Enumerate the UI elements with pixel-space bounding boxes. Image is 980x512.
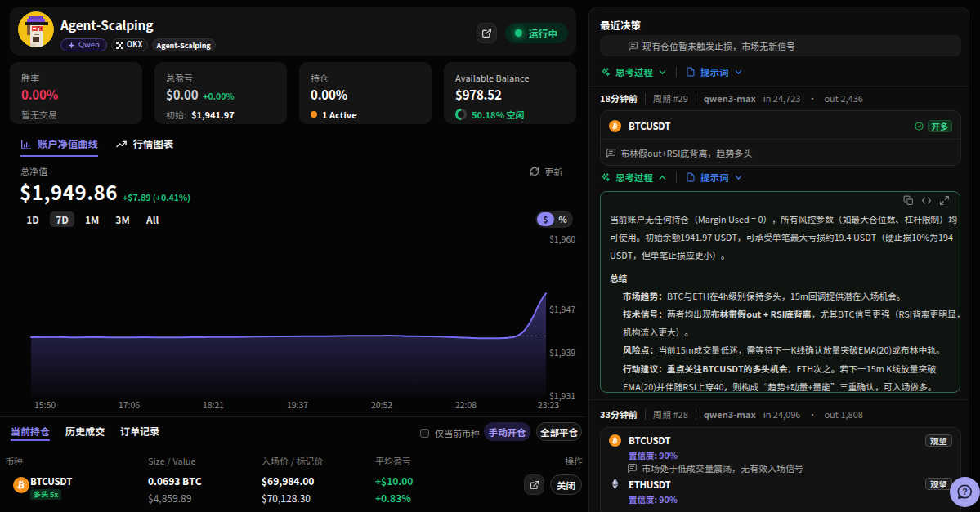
tab-market-chart[interactable]: 行情图表 xyxy=(115,138,173,155)
position-entry-mark: $69,984.00 $70,128.30 xyxy=(262,474,314,505)
range-1m[interactable]: 1M xyxy=(79,211,105,227)
x-tick-label: 23:23 xyxy=(538,398,559,411)
range-all[interactable]: All xyxy=(141,211,165,227)
stat-footer: 1 Active xyxy=(311,108,357,121)
btc-icon xyxy=(609,120,621,132)
stat-footer: 50.18% 空闲 xyxy=(455,108,525,121)
action-chip-long: 开多 xyxy=(928,120,952,132)
position-side-chip: 多头 5x xyxy=(30,489,61,500)
range-7d[interactable]: 7D xyxy=(50,211,74,227)
equity-chart[interactable] xyxy=(29,230,548,397)
signal-card-28: BTCUSDT 观望 置信度: 90% 市场处于低成交量震荡，无有效入场信号 E… xyxy=(600,427,961,512)
status-running-pill[interactable]: 运行中 xyxy=(505,23,568,43)
position-close-button[interactable]: 关闭 xyxy=(550,474,582,495)
col-actions: 操作 xyxy=(565,454,583,467)
x-tick-label: 15:50 xyxy=(34,398,56,411)
trending-up-icon xyxy=(115,138,128,150)
unit-percent[interactable]: % xyxy=(554,212,571,226)
toggles-29: 思考过程 提示词 xyxy=(600,171,743,184)
chart-tabs: 账户净值曲线 行情图表 xyxy=(20,138,173,157)
chevron-down-icon xyxy=(734,173,743,182)
status-note: 现有仓位暂未触发止损，市场无新信号 xyxy=(600,35,961,56)
refresh-button[interactable]: 更新 xyxy=(530,165,562,178)
col-size-value: Size / Value xyxy=(148,454,196,467)
agent-title: Agent-Scalping xyxy=(60,16,153,33)
help-button[interactable]: ? xyxy=(950,477,980,507)
toggles-top: 思考过程 提示词 xyxy=(600,65,743,78)
share-button[interactable] xyxy=(477,23,497,43)
equity-total-label: 总净值 xyxy=(20,164,47,177)
col-symbol: 币种 xyxy=(5,454,23,467)
position-external-link-button[interactable] xyxy=(524,474,544,495)
x-tick-label: 17:06 xyxy=(119,398,140,411)
file-icon xyxy=(686,67,696,77)
eth-icon xyxy=(609,478,621,490)
unit-toggle: $ % xyxy=(535,211,573,228)
decision-meta-29: 18分钟前 周期 #29 qwen3-max in 24,723·out 2,4… xyxy=(600,91,863,105)
col-avg-pnl: 平均盈亏 xyxy=(375,454,411,467)
running-dot-icon xyxy=(515,29,522,37)
x-tick-label: 22:08 xyxy=(455,398,477,411)
tab-current-positions[interactable]: 当前持仓 xyxy=(11,425,50,441)
code-icon[interactable] xyxy=(921,195,932,206)
decisions-panel: 最近决策 现有仓位暂未触发止损，市场无新信号 思考过程 提示词 18分钟前 xyxy=(588,7,969,512)
external-link-icon xyxy=(530,480,539,490)
section-divider xyxy=(589,86,969,87)
tab-order-records[interactable]: 订单记录 xyxy=(120,425,159,441)
thinking-box: 当前账户无任何持仓（Margin Used = 0），所有风控参数（如最大仓位数… xyxy=(600,191,960,393)
btc-icon xyxy=(609,434,621,447)
badge-okx: OKX xyxy=(111,38,148,51)
sparkles-icon xyxy=(600,67,611,78)
okx-logo-icon xyxy=(116,42,123,49)
stat-value: 0.00% xyxy=(21,87,131,102)
y-tick-label: $1,939 xyxy=(549,346,575,358)
tab-equity-curve[interactable]: 账户净值曲线 xyxy=(20,138,98,157)
stat-card-winrate: 胜率 0.00% 暂无交易 xyxy=(10,62,142,124)
signal-card-29: BTCUSDT 开多 布林假out+RSI底背离，趋势多头 xyxy=(600,110,961,166)
equity-total-value: $1,949.86 xyxy=(20,177,118,206)
close-all-button[interactable]: 全部平仓 xyxy=(536,422,582,441)
message-icon xyxy=(606,148,616,158)
section-divider xyxy=(589,399,969,400)
sparkle-icon xyxy=(68,42,75,49)
stat-card-balance: Available Balance $978.52 50.18% 空闲 xyxy=(444,62,576,124)
help-chat-icon: ? xyxy=(955,483,974,501)
avatar xyxy=(18,11,54,47)
sparkles-icon xyxy=(600,172,611,183)
tab-trade-history[interactable]: 历史成交 xyxy=(65,425,105,441)
equity-change: +$7.89 (+0.41%) xyxy=(123,191,190,203)
thinking-toggle[interactable]: 思考过程 xyxy=(600,65,667,78)
chevron-down-icon xyxy=(658,68,667,77)
manual-open-button[interactable]: 手动开仓 xyxy=(484,422,530,441)
range-1d[interactable]: 1D xyxy=(20,211,45,227)
prompt-toggle[interactable]: 提示词 xyxy=(686,65,743,78)
badge-qwen: Qwen xyxy=(60,38,107,51)
copy-icon[interactable] xyxy=(903,195,914,206)
x-tick-label: 18:21 xyxy=(203,398,224,411)
action-chip-watch: 观望 xyxy=(925,478,952,490)
range-3m[interactable]: 3M xyxy=(110,211,135,227)
balance-ring-icon xyxy=(455,109,467,120)
x-tick-label: 20:52 xyxy=(371,398,392,411)
positions-divider xyxy=(0,416,586,417)
left-panel: Agent-Scalping Qwen OKX Agent-Scalping 运… xyxy=(0,0,586,512)
external-link-icon xyxy=(481,28,492,38)
decision-meta-28: 33分钟前 周期 #28 qwen3-max in 24,096·out 1,8… xyxy=(600,407,863,421)
thinking-box-actions xyxy=(903,195,950,206)
checkbox-icon[interactable] xyxy=(420,429,429,438)
stat-card-position: 持仓 0.00% 1 Active xyxy=(299,62,432,124)
col-entry-mark: 入场价 / 标记价 xyxy=(262,454,323,467)
expand-icon[interactable] xyxy=(939,195,950,206)
stat-value: $978.52 xyxy=(455,87,565,102)
unit-dollar[interactable]: $ xyxy=(537,212,554,226)
chevron-up-icon xyxy=(658,173,667,182)
stat-footer: 初始: $1,941.97 xyxy=(166,108,235,121)
signal-note: 布林假out+RSI底背离，趋势多头 xyxy=(601,139,960,166)
prompt-toggle-29[interactable]: 提示词 xyxy=(686,171,743,184)
y-tick-label: $1,960 xyxy=(549,233,575,245)
signal-head-eth: ETHUSDT 观望 xyxy=(601,474,960,493)
agent-header: Agent-Scalping Qwen OKX Agent-Scalping 运… xyxy=(10,7,576,56)
action-chip-watch: 观望 xyxy=(925,434,952,447)
filter-current-symbol[interactable]: 仅当前币种 xyxy=(420,426,480,439)
thinking-toggle-expanded[interactable]: 思考过程 xyxy=(600,171,667,184)
